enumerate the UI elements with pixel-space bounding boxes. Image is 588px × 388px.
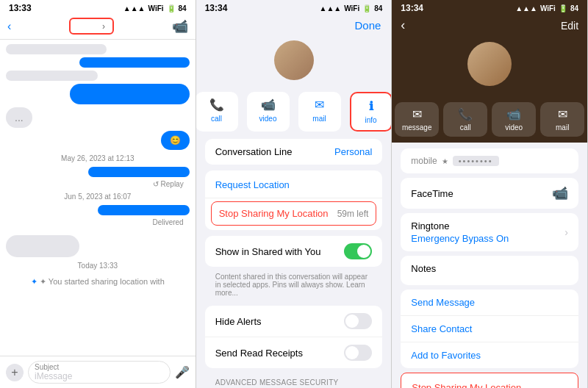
notes-section[interactable]: Notes xyxy=(401,256,578,285)
contact-info-panel: 13:34 ▲▲▲ WiFi 🔋 84 Done 📞 call 📹 video xyxy=(196,0,392,388)
video-call-button[interactable]: 📹 xyxy=(172,18,188,35)
call-icon-3: 📞 xyxy=(458,107,473,121)
hide-alerts-toggle[interactable] xyxy=(344,313,372,329)
typing-indicator: ... xyxy=(6,107,32,128)
location-message: ✦ ✦ You started sharing location with xyxy=(6,277,190,287)
status-icons-3: ▲▲▲ WiFi 🔋 84 xyxy=(515,4,578,12)
conversation-line-section: Conversation Line Personal xyxy=(205,139,383,165)
video-label: video xyxy=(259,115,277,123)
call-action-btn[interactable]: 📞 call xyxy=(443,102,487,137)
contact-name-text xyxy=(78,21,99,32)
stop-sharing-row[interactable]: Stop Sharing My Location 59m left xyxy=(211,201,377,226)
message-bubble-in2 xyxy=(6,71,98,81)
add-favorites-item[interactable]: Add to Favorites xyxy=(401,342,578,368)
mail-icon-3: ✉ xyxy=(558,107,567,121)
action-buttons-row: 📞 call 📹 video ✉ mail ℹ info xyxy=(196,87,392,139)
avatar-image xyxy=(274,40,314,80)
mail-action-btn[interactable]: ✉ mail xyxy=(540,102,584,137)
panel2-scroll: 📞 call 📹 video ✉ mail ℹ info Conversatio… xyxy=(196,35,392,388)
mic-button[interactable]: 🎤 xyxy=(175,365,190,379)
status-bar-1: 13:33 ▲▲▲ WiFi 🔋 84 xyxy=(0,0,196,15)
time-2: 13:34 xyxy=(205,3,228,13)
contact-nav: ‹ Edit xyxy=(392,15,587,37)
mobile-label: mobile xyxy=(411,156,437,166)
send-receipts-toggle[interactable] xyxy=(344,345,372,361)
video-label-3: video xyxy=(505,123,523,132)
location-pin-icon: ✦ xyxy=(31,277,37,286)
show-shared-row: Show in Shared with You xyxy=(205,236,383,267)
messages-panel: 13:33 ▲▲▲ WiFi 🔋 84 ‹ › 📹 ... 😊 May 26, … xyxy=(0,0,196,388)
show-shared-toggle[interactable] xyxy=(344,243,372,259)
hide-alerts-row: Hide Alerts xyxy=(205,306,383,337)
timestamp-1: May 26, 2023 at 12:13 xyxy=(6,154,190,162)
back-button-3[interactable]: ‹ xyxy=(401,18,405,33)
request-location-row[interactable]: Request Location xyxy=(205,172,383,198)
contact-avatar-large xyxy=(467,42,512,86)
mail-icon: ✉ xyxy=(315,98,324,112)
mobile-info-row: mobile ★ •••••••• xyxy=(411,156,568,166)
stop-sharing-label: Stop Sharing My Location xyxy=(219,208,329,219)
mobile-row: mobile ★ •••••••• xyxy=(401,148,578,173)
done-button[interactable]: Done xyxy=(354,19,381,32)
action-list: Send Message Share Contact Add to Favori… xyxy=(401,290,578,368)
contact-avatar-section xyxy=(196,35,392,87)
conversation-line-row: Conversation Line Personal xyxy=(205,139,383,165)
nav-bar-1: ‹ › 📹 xyxy=(0,15,196,40)
send-message-item[interactable]: Send Message xyxy=(401,290,578,316)
ringtone-value: Emergency Bypass On xyxy=(411,233,509,244)
ringtone-section[interactable]: Ringtone Emergency Bypass On › xyxy=(401,213,578,251)
signal-icon-1: ▲▲▲ xyxy=(123,4,146,12)
contact-card-panel: 13:34 ▲▲▲ WiFi 🔋 84 ‹ Edit ✉ message 📞 c… xyxy=(392,0,588,388)
contact-header xyxy=(392,37,587,98)
share-contact-item[interactable]: Share Contact xyxy=(401,316,578,342)
today-label: Today 13:33 xyxy=(6,262,190,270)
message-action-btn[interactable]: ✉ message xyxy=(395,102,439,137)
shared-with-you-section: Show in Shared with You xyxy=(205,236,383,267)
location-text: ✦ You started sharing location with xyxy=(40,277,165,286)
wifi-icon-2: WiFi xyxy=(344,4,359,12)
signal-icon-3: ▲▲▲ xyxy=(515,4,537,12)
ringtone-chevron-icon: › xyxy=(564,226,568,238)
ringtone-label: Ringtone xyxy=(411,220,509,231)
video-action-btn[interactable]: 📹 video xyxy=(492,102,536,137)
call-action-button[interactable]: 📞 call xyxy=(196,92,238,132)
mail-action-button[interactable]: ✉ mail xyxy=(298,92,341,132)
signal-icon-2: ▲▲▲ xyxy=(320,4,342,12)
battery-icon-1: 🔋 xyxy=(167,4,176,12)
battery-icon-2: 🔋 xyxy=(362,4,371,12)
stop-sharing-location-item[interactable]: Stop Sharing My Location xyxy=(401,373,578,388)
video-icon-3: 📹 xyxy=(506,107,521,121)
contact-name-box[interactable]: › xyxy=(69,18,114,35)
wifi-icon-3: WiFi xyxy=(540,4,556,12)
send-receipts-label: Send Read Receipts xyxy=(215,348,303,359)
info-label: info xyxy=(365,116,376,124)
facetime-row[interactable]: FaceTime 📹 xyxy=(401,178,578,209)
replay-label: ↺ Replay xyxy=(6,180,184,188)
hide-alerts-label: Hide Alerts xyxy=(215,316,262,327)
status-bar-3: 13:34 ▲▲▲ WiFi 🔋 84 xyxy=(392,0,587,15)
location-section: Request Location Stop Sharing My Locatio… xyxy=(205,170,383,230)
ringtone-row: Ringtone Emergency Bypass On › xyxy=(411,220,568,244)
info-action-button[interactable]: ℹ info xyxy=(350,92,392,132)
edit-button[interactable]: Edit xyxy=(561,20,578,32)
message-bubble-out5 xyxy=(98,205,190,215)
mail-label: mail xyxy=(312,115,326,123)
imessage-input[interactable]: iMessage xyxy=(35,371,164,381)
video-icon: 📹 xyxy=(261,98,276,112)
stop-sharing-location-label: Stop Sharing My Location xyxy=(412,382,521,388)
chevron-icon: › xyxy=(102,21,105,32)
send-receipts-row: Send Read Receipts xyxy=(205,337,383,368)
mail-label-3: mail xyxy=(556,123,569,132)
conv-line-value: Personal xyxy=(334,146,372,157)
security-section: ADVANCED MESSAGE SECURITY Turn On Contac… xyxy=(205,374,383,388)
call-label: call xyxy=(211,115,222,123)
facetime-icon: 📹 xyxy=(552,185,568,201)
message-bubble-in3 xyxy=(6,235,79,257)
back-button-1[interactable]: ‹ xyxy=(7,20,11,33)
attachment-button[interactable]: + xyxy=(6,364,24,381)
notes-label: Notes xyxy=(411,263,568,274)
video-action-button[interactable]: 📹 video xyxy=(247,92,290,132)
conv-line-label: Conversation Line xyxy=(215,146,293,157)
message-bubble-out1 xyxy=(79,57,190,68)
mobile-field: mobile ★ •••••••• xyxy=(401,148,578,173)
